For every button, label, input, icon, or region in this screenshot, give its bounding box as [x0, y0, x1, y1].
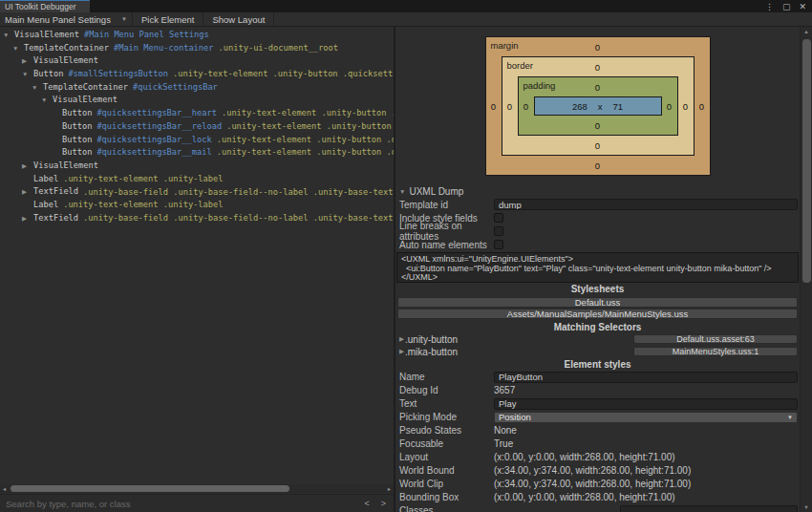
show-layout-button[interactable]: Show Layout	[203, 12, 274, 26]
element-type: VisualElement	[14, 30, 79, 39]
classes-label: Classes	[395, 505, 494, 512]
scroll-up-icon[interactable]: ▲	[801, 29, 812, 34]
tree-item[interactable]: Label.unity-text-element .unity-label	[0, 173, 394, 186]
window-controls: ⋮ ▢ ✕	[765, 0, 812, 12]
foldout-arrow-icon[interactable]: ▶	[22, 185, 33, 199]
tree-item[interactable]: ▼TemplateContainer#quickSettingsBar	[0, 81, 394, 95]
foldout-arrow-icon[interactable]: ▶	[22, 160, 33, 173]
tree-item[interactable]: Button#quicksettingsBar__mail.unity-text…	[0, 146, 394, 160]
search-input[interactable]	[0, 496, 364, 512]
foldout-arrow-icon[interactable]: ▶	[22, 54, 33, 68]
vertical-scrollbar[interactable]: ▲ ▼	[800, 27, 812, 512]
ui-toolkit-debugger-window: UI Toolkit Debugger ⋮ ▢ ✕ Main Menu Pane…	[0, 0, 812, 512]
text-field[interactable]	[494, 398, 798, 410]
horizontal-scroll-thumb[interactable]	[11, 485, 289, 492]
tree-item[interactable]: Label.unity-text-element .unity-label	[0, 199, 394, 212]
line-breaks-checkbox[interactable]	[494, 226, 503, 236]
element-classes: .unity-text-element .unity-button .quick…	[217, 147, 394, 157]
foldout-arrow-icon[interactable]: ▼	[22, 68, 33, 81]
horizontal-scrollbar[interactable]: ◄ ►	[0, 484, 394, 493]
tree-item[interactable]: ▶TextField.unity-base-field .unity-base-…	[0, 185, 394, 199]
tree-item[interactable]: ▼VisualElement#Main Menu Panel Settings	[0, 29, 394, 42]
close-icon[interactable]: ✕	[799, 1, 806, 12]
stylesheet-button[interactable]: Default.uss	[397, 297, 798, 308]
search-navigation: < >	[364, 499, 394, 508]
bounding-box-label: Bounding Box	[395, 492, 494, 502]
box-model-border: border 0 0 padding 0	[502, 56, 694, 156]
horizontal-scroll-track[interactable]	[9, 484, 385, 493]
element-name: #Main Menu-container	[114, 43, 214, 53]
uxml-code-block[interactable]: <UXML xmlns:ui="UnityEngine.UIElements">…	[396, 252, 799, 283]
content-x-separator: x	[598, 101, 603, 112]
element-name: #quicksettingsBar__mail	[96, 147, 211, 157]
foldout-arrow-icon[interactable]: ▼	[3, 29, 14, 42]
hierarchy-panel: ▼VisualElement#Main Menu Panel Settings …	[0, 27, 395, 512]
selector-name: .mika-button	[405, 347, 458, 357]
foldout-arrow-icon[interactable]: ▶	[395, 348, 405, 355]
box-model-margin: margin 0 0 border 0 0	[485, 36, 711, 176]
uxml-code-line: </UXML>	[401, 273, 794, 283]
show-layout-label: Show Layout	[212, 14, 265, 25]
template-id-field[interactable]	[494, 199, 798, 210]
selector-name: .unity-button	[405, 334, 458, 345]
foldout-arrow-icon[interactable]: ▶	[395, 335, 405, 343]
picking-mode-value: Position	[499, 412, 531, 422]
element-classes: .unity-base-field .unity-base-field--no-…	[83, 213, 394, 223]
element-name: #quicksettingsBar__reload	[96, 121, 222, 131]
border-bottom-value: 0	[595, 140, 600, 151]
bounding-box-value: (x:0.00, y:0.00, width:268.00, height:71…	[494, 492, 675, 502]
foldout-arrow-icon[interactable]: ▼	[32, 81, 43, 95]
include-style-fields-checkbox[interactable]	[494, 213, 503, 223]
focusable-label: Focusable	[395, 438, 494, 449]
tree-item[interactable]: Button#quicksettingsBar__heart.unity-tex…	[0, 107, 394, 120]
scroll-left-icon[interactable]: ◄	[0, 486, 9, 492]
pick-element-button[interactable]: Pick Element	[133, 12, 203, 26]
classes-field[interactable]	[620, 505, 798, 512]
tree-item[interactable]: Button#quicksettingsBar__lock.unity-text…	[0, 134, 394, 147]
element-type: TemplateContainer	[24, 43, 109, 53]
tree-item[interactable]: ▶TextField.unity-base-field .unity-base-…	[0, 212, 394, 225]
world-bound-label: World Bound	[395, 465, 494, 476]
auto-name-checkbox[interactable]	[494, 240, 503, 249]
menu-icon[interactable]: ⋮	[765, 1, 774, 12]
search-next-button[interactable]: >	[381, 499, 386, 508]
text-label: Text	[395, 398, 494, 409]
element-styles-header: Element styles	[395, 358, 800, 371]
maximize-icon[interactable]: ▢	[782, 1, 791, 12]
content-height-value: 71	[613, 101, 624, 112]
selector-source-button[interactable]: MainMenuStyles.uss:1	[633, 347, 798, 356]
element-classes: .unity-ui-document__root	[219, 43, 339, 53]
picking-mode-dropdown[interactable]: Position ▼	[494, 412, 798, 423]
debug-id-row: Debug Id 3657	[395, 384, 800, 397]
window-tab[interactable]: UI Toolkit Debugger	[0, 0, 90, 12]
name-field[interactable]	[494, 372, 798, 383]
selector-source-button[interactable]: Default.uss.asset:63	[633, 334, 798, 344]
tree-item[interactable]: ▼VisualElement	[0, 94, 394, 107]
tree-item[interactable]: ▶VisualElement	[0, 54, 394, 68]
line-breaks-row: Line breaks on attributes	[395, 224, 800, 238]
tree-item[interactable]: ▼TemplateContainer#Main Menu-container.u…	[0, 42, 394, 55]
search-prev-button[interactable]: <	[364, 499, 369, 508]
vertical-scroll-thumb[interactable]	[802, 39, 811, 283]
layout-label: Layout	[395, 452, 494, 462]
border-left-value: 0	[502, 76, 518, 136]
padding-right-value: 0	[662, 96, 677, 116]
scroll-down-icon[interactable]: ▼	[801, 504, 812, 510]
foldout-arrow-icon[interactable]: ▼	[41, 94, 53, 107]
tree-item[interactable]: ▶VisualElement	[0, 160, 394, 173]
foldout-arrow-icon[interactable]: ▼	[399, 188, 405, 195]
stylesheet-button[interactable]: Assets/ManualSamples/MainMenuStyles.uss	[397, 309, 798, 319]
foldout-arrow-icon[interactable]: ▼	[12, 42, 24, 55]
scroll-right-icon[interactable]: ►	[385, 486, 394, 492]
tree-item[interactable]: ▼Button#smallSettingsButton.unity-text-e…	[0, 68, 394, 81]
element-name: #smallSettingsButton	[68, 69, 168, 78]
foldout-arrow-icon[interactable]: ▶	[22, 212, 33, 225]
element-classes: .unity-text-element .unity-button .quick…	[173, 69, 394, 78]
uxml-dump-foldout[interactable]: ▼ UXML Dump	[395, 184, 800, 198]
element-type: Button	[62, 121, 92, 131]
title-bar: UI Toolkit Debugger ⋮ ▢ ✕	[0, 0, 812, 12]
element-type: Button	[33, 69, 63, 78]
panel-picker-dropdown[interactable]: Main Menu Panel Settings ▼	[0, 12, 133, 26]
tree-item[interactable]: Button#quicksettingsBar__reload.unity-te…	[0, 120, 394, 134]
debug-id-value: 3657	[494, 385, 515, 395]
